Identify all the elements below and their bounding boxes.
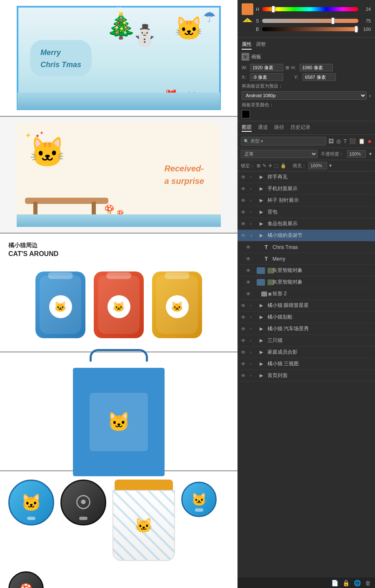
lock-brush-icon[interactable]: ✎: [262, 163, 266, 168]
expand-icon[interactable]: ›: [250, 175, 256, 179]
shape-filter-icon[interactable]: ⬛: [349, 138, 356, 144]
expand-icon[interactable]: ›: [250, 303, 256, 308]
eye-icon[interactable]: 👁: [246, 268, 253, 274]
layer-item[interactable]: 👁›▶橘小猫 眼睛冒星星: [238, 300, 375, 312]
fill-input[interactable]: [308, 162, 327, 169]
eye-icon[interactable]: 👁: [241, 361, 248, 367]
expand-icon[interactable]: ›: [250, 338, 256, 343]
layer-item[interactable]: 👁›▶三只猫: [238, 335, 375, 347]
h-slider[interactable]: [262, 7, 358, 11]
b-slider[interactable]: [262, 27, 358, 31]
eye-icon[interactable]: 👁: [241, 303, 248, 309]
layer-name: 矩形 2: [272, 290, 372, 297]
tab-adjust[interactable]: 调整: [256, 40, 266, 50]
layer-item[interactable]: 👁矢里智能对象: [238, 265, 375, 276]
layer-item[interactable]: 👁矢里智能对象: [238, 276, 375, 288]
opacity-input[interactable]: [347, 150, 366, 158]
tab-paths[interactable]: 路径: [274, 124, 284, 132]
expand-icon[interactable]: ›: [250, 315, 256, 319]
new-layer-icon[interactable]: 📄: [331, 580, 338, 586]
layer-item[interactable]: 👁›▶手机封面展示: [238, 183, 375, 195]
expand-icon[interactable]: ›: [250, 327, 256, 331]
w-input[interactable]: [250, 64, 283, 71]
group-icon[interactable]: 🌐: [354, 580, 361, 586]
preset-expand-icon[interactable]: ›: [369, 92, 371, 99]
tab-layers[interactable]: 图层: [242, 124, 252, 132]
canvas-bg-swatch[interactable]: [242, 110, 250, 118]
delete-layer-icon[interactable]: 🗑: [365, 580, 371, 586]
eye-icon[interactable]: 👁: [241, 326, 248, 332]
s-slider[interactable]: [262, 19, 358, 23]
layer-item[interactable]: 👁›▶背包: [238, 206, 375, 218]
expand-icon[interactable]: ›: [250, 350, 256, 354]
layer-item[interactable]: 👁›▶橘小猫划船: [238, 312, 375, 323]
layer-item[interactable]: 👁›▶食品包装展示: [238, 218, 375, 230]
layer-type-icon: ▶: [257, 372, 265, 379]
width-row: W: ⊞ H:: [242, 64, 371, 71]
layer-item[interactable]: 👁›▶橘小猫 汽车场景秀: [238, 323, 375, 335]
eye-icon[interactable]: 👁: [246, 291, 253, 297]
eye-icon[interactable]: 👁: [241, 338, 248, 344]
layer-item[interactable]: 👁›▶橘小猫 三视图: [238, 358, 375, 370]
eye-icon[interactable]: 👁: [241, 209, 248, 215]
eye-icon[interactable]: 👁: [241, 186, 248, 192]
expand-icon[interactable]: ›: [250, 362, 256, 366]
eye-icon[interactable]: 👁: [246, 279, 253, 285]
lock-pos-icon[interactable]: ⊞: [257, 163, 260, 168]
color-swatch[interactable]: [242, 3, 253, 15]
layers-list[interactable]: 👁›▶挥手再见👁›▶手机封面展示👁›▶杯子 别针展示👁›▶背包👁›▶食品包装展示…: [238, 171, 375, 578]
eye-icon[interactable]: 👁: [241, 314, 248, 320]
search-dropdown-icon[interactable]: ▾: [261, 139, 263, 143]
lock-all-icon[interactable]: 🔒: [280, 163, 286, 168]
cup-cat-icon: 🐱: [135, 517, 153, 534]
lock-layer-icon[interactable]: 🔒: [342, 580, 350, 586]
expand-icon[interactable]: ›: [250, 373, 256, 378]
type-filter-icon[interactable]: T: [343, 138, 347, 144]
lock-artboard-icon[interactable]: ⬚: [274, 163, 278, 168]
layer-item[interactable]: 👁TMerry: [238, 253, 375, 265]
eye-icon[interactable]: 👁: [241, 221, 248, 227]
smart-filter-icon[interactable]: 📋: [358, 138, 365, 144]
layer-name: 矢里智能对象: [272, 267, 372, 274]
y-input[interactable]: [302, 73, 336, 81]
link-icon: ⊞: [285, 65, 289, 70]
eye-icon[interactable]: 👁: [246, 256, 253, 262]
layer-item[interactable]: 👁›▶首页封面: [238, 370, 375, 382]
layer-item[interactable]: 👁›▶挥手再见: [238, 171, 375, 183]
tab-properties[interactable]: 属性: [242, 40, 252, 50]
h-input[interactable]: [300, 64, 333, 71]
eye-icon[interactable]: 👁: [241, 373, 248, 379]
lock-move-icon[interactable]: ✛: [268, 163, 272, 168]
search-box[interactable]: 🔍 类型 ▾: [241, 137, 326, 146]
fill-dropdown[interactable]: ▾: [329, 163, 332, 168]
x-input[interactable]: [250, 73, 283, 81]
layer-item[interactable]: 👁∨▶橘小猫的圣诞节: [238, 230, 375, 241]
s-thumb[interactable]: [331, 18, 335, 24]
eye-icon[interactable]: 👁: [246, 244, 253, 250]
h-thumb[interactable]: [272, 6, 275, 13]
layer-item[interactable]: 👁›▶家庭成员合影: [238, 347, 375, 358]
image-icon[interactable]: 🖼: [328, 138, 334, 144]
lock-row: 锁定： ⊞ ✎ ✛ ⬚ 🔒 填充： ▾: [238, 160, 375, 171]
expand-icon[interactable]: ›: [250, 198, 256, 203]
layer-item[interactable]: 👁›▶杯子 别针展示: [238, 195, 375, 206]
tab-history[interactable]: 历史记录: [290, 124, 310, 132]
adjustment-icon[interactable]: ◎: [336, 138, 341, 144]
bottom-bar: 📄 🔒 🌐 🗑: [238, 578, 375, 588]
eye-icon[interactable]: 👁: [241, 174, 248, 180]
expand-icon[interactable]: ›: [250, 210, 256, 214]
opacity-dropdown[interactable]: ▾: [369, 151, 372, 157]
expand-icon[interactable]: ›: [250, 221, 256, 226]
preset-select[interactable]: Android 1080p: [242, 91, 367, 100]
blend-mode-select[interactable]: 正常: [241, 150, 318, 158]
expand-icon[interactable]: ∨: [250, 233, 256, 238]
expand-icon[interactable]: ›: [250, 186, 256, 191]
layer-item[interactable]: 👁TChris Tmas: [238, 241, 375, 253]
layer-item[interactable]: 👁▣矩形 2: [238, 288, 375, 300]
eye-icon[interactable]: 👁: [241, 233, 248, 239]
tab-channels[interactable]: 通道: [258, 124, 268, 132]
layer-type-icon: ▣: [262, 291, 270, 297]
eye-icon[interactable]: 👁: [241, 198, 248, 204]
b-thumb[interactable]: [355, 26, 358, 33]
eye-icon[interactable]: 👁: [241, 349, 248, 355]
